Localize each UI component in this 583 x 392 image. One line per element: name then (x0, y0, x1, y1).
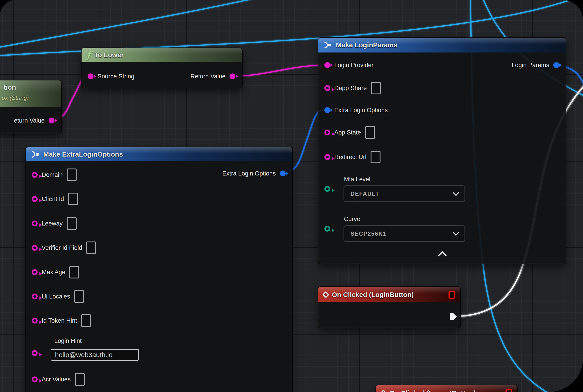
mfa-level-dropdown[interactable]: DEFAULT (344, 186, 465, 202)
text-input-verifier-id-field[interactable] (86, 242, 96, 254)
node-make-login-params[interactable]: Make LoginParams Login Provider Login Pa… (318, 37, 566, 264)
pin-label: Redirect Url (334, 154, 366, 161)
node-on-clicked-logout-button[interactable]: On Clicked (LogoutButton) (376, 385, 518, 392)
string-input-pin[interactable] (32, 318, 38, 324)
text-input-client-id[interactable] (68, 192, 78, 205)
pin-label: Verifier Id Field (42, 244, 82, 252)
string-input-pin[interactable] (324, 85, 330, 91)
node-melo-title: Make ExtraLoginOptions (43, 150, 123, 158)
string-input-pin[interactable] (32, 196, 38, 202)
pin-label: Extra Login Options (334, 107, 388, 114)
pin-row-to-lower: Source String Return Value (82, 70, 242, 82)
node-get-text-partial[interactable]: tion ox (String) eturn Value (0, 80, 62, 133)
node-oclo-header[interactable]: On Clicked (LogoutButton) (376, 385, 517, 392)
pin-label: Domain (42, 172, 63, 178)
pin-row-max-age: Max Age (26, 266, 292, 278)
function-icon: ƒ (86, 50, 90, 60)
pin-label: Login Provider (334, 62, 374, 69)
pin-row-ui-locales: Ui Locales (26, 290, 292, 302)
pin-label: eturn Value (14, 117, 44, 124)
node-to-lower-header[interactable]: ƒ To Lower (82, 48, 242, 62)
pin-label: Client Id (42, 196, 64, 202)
node-get-text-subtitle: ox (String) (2, 94, 29, 102)
node-mlp-title: Make LoginParams (336, 41, 398, 49)
pin-label: Max Age (42, 269, 65, 276)
text-input-acr-values[interactable] (75, 373, 85, 386)
pin-label: Login Params (512, 62, 549, 69)
enum-input-pin[interactable] (324, 186, 330, 192)
string-input-pin[interactable] (32, 220, 38, 226)
pin-row-redirect-url: Redirect Url (318, 151, 566, 163)
mfa-level-label: Mfa Level (344, 176, 370, 183)
string-input-pin[interactable] (32, 245, 38, 251)
pin-label: Acr Values (42, 376, 71, 383)
login-hint-value: hello@web3auth.io (55, 351, 113, 359)
node-to-lower-title: To Lower (94, 51, 124, 59)
node-oclo-title: On Clicked (LogoutButton) (390, 389, 476, 392)
pin-label: Ui Locales (42, 293, 70, 300)
node-ocl-header[interactable]: On Clicked (LoginButton) (318, 287, 460, 302)
blueprint-graph-canvas[interactable]: tion ox (String) eturn Value ƒ To Lower … (0, 0, 583, 392)
struct-output-pin[interactable] (553, 62, 559, 68)
node-melo-header[interactable]: Make ExtraLoginOptions (26, 147, 292, 161)
chevron-down-icon (453, 230, 459, 236)
string-input-pin[interactable] (88, 74, 94, 79)
pin-label: Return Value (190, 73, 226, 80)
blueprint-editor: { "canvas": {"background": "#232427"}, "… (0, 0, 583, 392)
pin-label: App State (334, 129, 361, 136)
text-input-redirect-url[interactable] (370, 151, 380, 163)
curve-dropdown[interactable]: SECP256K1 (344, 225, 465, 242)
node-mlp-header[interactable]: Make LoginParams (318, 38, 566, 52)
text-input-leeway[interactable] (67, 217, 76, 230)
node-get-text-title: tion (4, 84, 16, 91)
pin-row-return-value-partial: eturn Value (0, 115, 61, 126)
wire-cyan-topleft[interactable] (0, 0, 254, 47)
string-input-pin[interactable] (324, 154, 330, 160)
string-input-pin[interactable] (32, 269, 38, 275)
text-input-domain[interactable] (67, 168, 76, 181)
string-input-pin[interactable] (32, 294, 38, 300)
pin-row-acr-values: Acr Values (26, 374, 292, 385)
string-output-pin[interactable] (49, 118, 54, 124)
pin-row-login-provider: Login Provider Login Params (318, 59, 566, 71)
text-input-ui-locales[interactable] (74, 290, 84, 303)
login-hint-label: Login Hint (54, 338, 82, 344)
mfa-level-value: DEFAULT (350, 190, 379, 197)
curve-value: SECP256K1 (350, 230, 386, 237)
make-struct-icon (323, 42, 332, 49)
exec-output-pin[interactable] (450, 313, 457, 321)
pin-label: Leeway (42, 220, 63, 227)
pin-row-app-state: App State (318, 126, 566, 138)
delegate-pin[interactable] (448, 290, 455, 299)
collapse-node-chevron-icon[interactable] (438, 251, 447, 260)
string-input-pin[interactable] (324, 130, 330, 136)
make-struct-icon (31, 151, 40, 158)
login-hint-text-input[interactable]: hello@web3auth.io (51, 349, 139, 361)
event-icon (322, 291, 329, 298)
node-on-clicked-login-button[interactable]: On Clicked (LoginButton) (318, 286, 461, 328)
string-input-pin[interactable] (324, 62, 330, 68)
string-input-pin[interactable] (32, 172, 38, 178)
text-input-app-state[interactable] (365, 126, 375, 139)
text-input-dapp-share[interactable] (371, 82, 381, 94)
pin-row-verifier-id-field: Verifier Id Field (26, 242, 292, 254)
pin-label: Dapp Share (334, 85, 367, 92)
node-make-extra-login-options[interactable]: Make ExtraLoginOptions Extra Login Optio… (25, 147, 293, 392)
enum-input-pin[interactable] (324, 226, 330, 232)
struct-input-pin[interactable] (324, 107, 330, 113)
pin-row-domain: Domain (26, 169, 292, 181)
text-input-id-token-hint[interactable] (81, 314, 91, 327)
curve-label: Curve (344, 216, 360, 222)
string-input-pin[interactable] (32, 350, 38, 356)
string-output-pin[interactable] (230, 74, 236, 79)
node-to-lower[interactable]: ƒ To Lower Source String Return Value (81, 48, 242, 88)
event-icon (380, 390, 387, 392)
delegate-pin[interactable] (506, 389, 512, 392)
text-input-max-age[interactable] (70, 266, 79, 278)
pin-row-client-id: Client Id (26, 193, 292, 205)
pin-row-dapp-share: Dapp Share (318, 82, 566, 94)
chevron-down-icon (453, 190, 459, 196)
pin-label: Id Token Hint (42, 317, 77, 324)
string-input-pin[interactable] (32, 376, 38, 382)
pin-label: Source String (98, 73, 134, 80)
